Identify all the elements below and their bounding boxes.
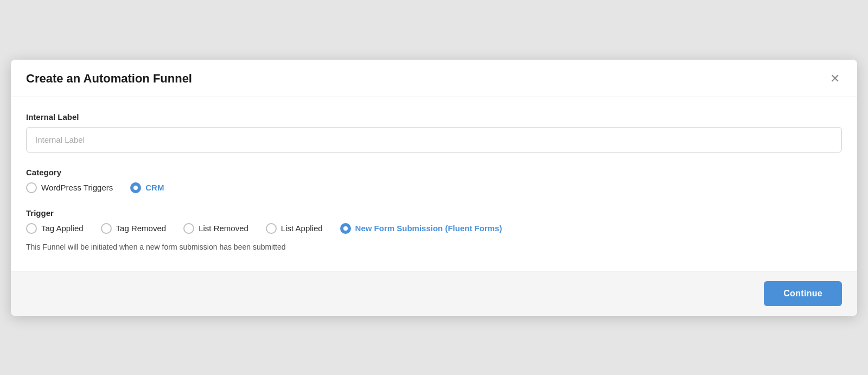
internal-label-input[interactable] xyxy=(26,127,842,152)
category-label: Category xyxy=(26,168,842,177)
trigger-label: Trigger xyxy=(26,208,842,218)
trigger-label-new-form-submission: New Form Submission (Fluent Forms) xyxy=(355,224,502,233)
category-radio-group: WordPress Triggers CRM xyxy=(26,182,842,193)
modal-dialog: Create an Automation Funnel ✕ Internal L… xyxy=(11,60,857,316)
category-option-crm[interactable]: CRM xyxy=(130,182,164,193)
modal-header: Create an Automation Funnel ✕ xyxy=(11,60,857,97)
category-radio-crm[interactable] xyxy=(130,182,141,193)
trigger-option-new-form-submission[interactable]: New Form Submission (Fluent Forms) xyxy=(340,223,502,234)
category-radio-wordpress[interactable] xyxy=(26,182,37,193)
trigger-radio-new-form-submission[interactable] xyxy=(340,223,351,234)
continue-label: Continue xyxy=(783,289,822,298)
category-option-wordpress[interactable]: WordPress Triggers xyxy=(26,182,113,193)
modal-title: Create an Automation Funnel xyxy=(26,72,192,86)
trigger-option-tag-removed[interactable]: Tag Removed xyxy=(101,223,167,234)
trigger-label-tag-applied: Tag Applied xyxy=(41,224,84,233)
trigger-radio-group: Tag Applied Tag Removed List Removed Lis… xyxy=(26,223,842,234)
trigger-label-list-applied: List Applied xyxy=(281,224,323,233)
modal-body: Internal Label Category WordPress Trigge… xyxy=(11,97,857,271)
continue-button[interactable]: Continue xyxy=(764,281,842,306)
modal-footer: Continue xyxy=(11,271,857,316)
internal-label-group: Internal Label xyxy=(26,112,842,152)
modal-overlay: Create an Automation Funnel ✕ Internal L… xyxy=(11,60,857,316)
trigger-group: Trigger Tag Applied Tag Removed List Rem… xyxy=(26,208,842,251)
trigger-radio-list-applied[interactable] xyxy=(266,223,277,234)
trigger-radio-tag-applied[interactable] xyxy=(26,223,37,234)
trigger-option-tag-applied[interactable]: Tag Applied xyxy=(26,223,84,234)
category-label-wordpress: WordPress Triggers xyxy=(41,183,113,192)
trigger-radio-list-removed[interactable] xyxy=(183,223,194,234)
category-group: Category WordPress Triggers CRM xyxy=(26,168,842,193)
internal-label-label: Internal Label xyxy=(26,112,842,122)
trigger-label-list-removed: List Removed xyxy=(199,224,248,233)
trigger-option-list-removed[interactable]: List Removed xyxy=(183,223,248,234)
trigger-label-tag-removed: Tag Removed xyxy=(116,224,167,233)
close-icon: ✕ xyxy=(830,73,840,85)
trigger-radio-tag-removed[interactable] xyxy=(101,223,112,234)
category-label-crm: CRM xyxy=(145,183,164,192)
close-button[interactable]: ✕ xyxy=(828,71,842,87)
trigger-description: This Funnel will be initiated when a new… xyxy=(26,243,842,251)
trigger-option-list-applied[interactable]: List Applied xyxy=(266,223,323,234)
